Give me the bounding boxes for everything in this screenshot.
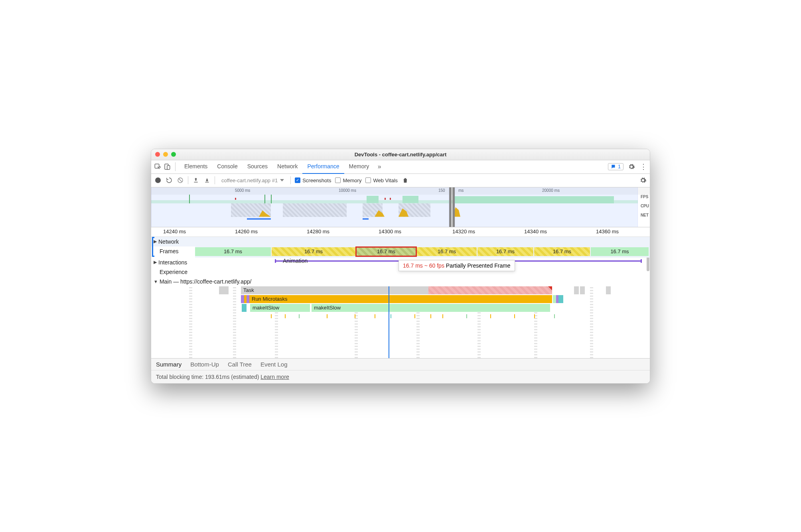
detail-tab-eventlog[interactable]: Event Log (260, 361, 288, 368)
tab-console[interactable]: Console (212, 160, 242, 174)
disclosure-down-icon[interactable]: ▼ (154, 279, 158, 284)
time-ruler: 14240 ms 14260 ms 14280 ms 14300 ms 1432… (151, 227, 650, 237)
track-frames[interactable]: ▶ Frames ns 16.7 ms 16.7 ms 16.7 ms 16.7… (151, 246, 650, 258)
download-profile-icon[interactable] (203, 177, 211, 184)
issues-count: 1 (618, 164, 621, 169)
settings-icon[interactable] (627, 163, 635, 171)
frame-block[interactable]: 16.7 ms (417, 247, 477, 256)
frame-block[interactable]: 16.7 ms (272, 247, 355, 256)
learn-more-link[interactable]: Learn more (260, 374, 289, 380)
close-window-button[interactable] (155, 152, 160, 157)
flame-fn[interactable]: makeItSlow (312, 304, 550, 312)
playhead[interactable] (389, 286, 389, 358)
recording-selector[interactable]: coffee-cart.netlify.app #1 (219, 177, 286, 184)
detail-tab-bottomup[interactable]: Bottom-Up (190, 361, 219, 368)
flame-chart[interactable]: Task Run Microtasks makeItSlow makeItSlo… (151, 286, 650, 358)
svg-rect-4 (194, 182, 197, 182)
chevron-down-icon (280, 179, 284, 181)
overview-labels: FPS CPU NET (641, 195, 649, 217)
frame-block[interactable]: 16.7 ms (477, 247, 533, 256)
track-main-header[interactable]: ▼Main — https://coffee-cart.netlify.app/ (151, 277, 650, 286)
track-network[interactable]: ▶Network (151, 237, 650, 246)
frame-tooltip: 16.7 ms ~ 60 fps Partially Presented Fra… (399, 260, 515, 271)
issues-badge[interactable]: 1 (608, 163, 623, 170)
statusbar: Total blocking time: 193.61ms (estimated… (151, 370, 650, 383)
traffic-lights (155, 152, 176, 157)
device-toolbar-icon[interactable] (163, 163, 171, 171)
gc-icon[interactable] (402, 177, 409, 184)
detail-tab-calltree[interactable]: Call Tree (228, 361, 252, 368)
flame-microtasks[interactable]: Run Microtasks (249, 295, 552, 303)
detail-tab-summary[interactable]: Summary (156, 361, 182, 368)
capture-settings-icon[interactable] (639, 177, 647, 184)
frame-block-selected[interactable]: 16.7 ms (356, 247, 416, 256)
divider (175, 162, 176, 171)
flame-task-long[interactable] (428, 286, 552, 294)
perf-toolbar: coffee-cart.netlify.app #1 Screenshots M… (151, 174, 650, 187)
devtools-window: DevTools - coffee-cart.netlify.app/cart … (151, 149, 650, 384)
inspect-icon[interactable] (154, 163, 162, 171)
detail-tabs: Summary Bottom-Up Call Tree Event Log (151, 358, 650, 370)
panel-tabs: Elements Console Sources Network Perform… (151, 160, 650, 174)
upload-profile-icon[interactable] (192, 177, 199, 184)
maximize-window-button[interactable] (171, 152, 176, 157)
screenshots-checkbox[interactable]: Screenshots (295, 177, 331, 183)
animation-label: Animation (283, 258, 308, 264)
long-task-flag-icon (548, 286, 552, 290)
tab-memory[interactable]: Memory (344, 160, 374, 174)
frame-block[interactable]: 16.7 ms (591, 247, 649, 256)
overview-strip[interactable]: 5000 ms 10000 ms 150 ms 20000 ms (151, 187, 650, 227)
timeline[interactable]: 14240 ms 14260 ms 14280 ms 14300 ms 1432… (151, 227, 650, 358)
reload-record-button[interactable] (166, 177, 173, 184)
svg-rect-5 (205, 182, 209, 182)
titlebar: DevTools - coffee-cart.netlify.app/cart (151, 149, 650, 160)
svg-rect-2 (167, 166, 170, 169)
panel-tab-list: Elements Console Sources Network Perform… (180, 160, 374, 174)
frame-block[interactable]: 16.7 ms (195, 247, 271, 256)
minimize-window-button[interactable] (163, 152, 168, 157)
tab-network[interactable]: Network (272, 160, 302, 174)
kebab-menu-icon[interactable]: ⋮ (639, 163, 647, 171)
more-tabs-icon[interactable]: » (375, 163, 383, 171)
disclosure-right-icon[interactable]: ▶ (154, 260, 157, 265)
overview-handle-left[interactable] (449, 187, 452, 227)
frame-block[interactable]: 16.7 ms (534, 247, 590, 256)
recording-name: coffee-cart.netlify.app #1 (221, 177, 278, 183)
tab-sources[interactable]: Sources (243, 160, 272, 174)
flame-task[interactable]: Task (241, 286, 428, 294)
tab-elements[interactable]: Elements (180, 160, 212, 174)
memory-checkbox[interactable]: Memory (335, 177, 361, 183)
flame-fn[interactable]: makeItSlow (250, 304, 310, 312)
tab-performance[interactable]: Performance (302, 160, 344, 174)
blocking-time-text: Total blocking time: 193.61ms (estimated… (156, 374, 259, 380)
record-button[interactable] (154, 177, 162, 184)
clear-button[interactable] (177, 177, 184, 184)
window-title: DevTools - coffee-cart.netlify.app/cart (355, 152, 447, 158)
webvitals-checkbox[interactable]: Web Vitals (365, 177, 398, 183)
